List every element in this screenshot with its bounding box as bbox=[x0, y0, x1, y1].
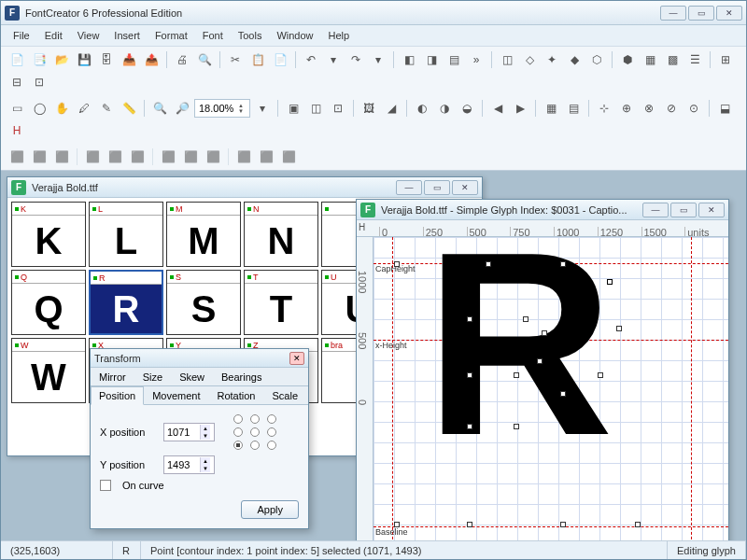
menu-edit[interactable]: Edit bbox=[38, 28, 69, 43]
arrow-right-icon[interactable]: ▶ bbox=[510, 98, 530, 119]
paste-icon[interactable]: 📄 bbox=[270, 49, 290, 70]
new2-icon[interactable]: 📑 bbox=[29, 49, 49, 70]
guide-lsb[interactable] bbox=[392, 237, 393, 540]
fit2-icon[interactable]: ◫ bbox=[305, 98, 326, 119]
editor-titlebar[interactable]: F Verajja Bold.ttf - Simple Glyph Index:… bbox=[357, 200, 728, 220]
handle[interactable] bbox=[616, 326, 622, 331]
transform-dialog[interactable]: Transform ✕ Mirror Size Skew Bearings Po… bbox=[90, 348, 309, 529]
extra1-icon[interactable]: ⬓ bbox=[714, 98, 735, 119]
glyph-cell[interactable]: SS bbox=[166, 270, 241, 335]
menu-format[interactable]: Format bbox=[148, 28, 194, 43]
open-icon[interactable]: 📂 bbox=[51, 49, 72, 70]
handle[interactable] bbox=[560, 261, 566, 267]
tool8-icon[interactable]: ▩ bbox=[662, 49, 683, 70]
editor-max-button[interactable]: ▭ bbox=[670, 203, 697, 217]
transform-titlebar[interactable]: Transform ✕ bbox=[91, 349, 308, 368]
saveall-icon[interactable]: 🗄 bbox=[96, 49, 117, 70]
glyph-cell[interactable]: QQ bbox=[11, 270, 86, 335]
glyph-cell[interactable]: KK bbox=[11, 202, 86, 267]
zoomout-icon[interactable]: 🔎 bbox=[172, 98, 192, 119]
toolbar-c-icon[interactable]: ▤ bbox=[444, 49, 464, 70]
pathop3-icon[interactable]: ◒ bbox=[457, 98, 477, 119]
cut-icon[interactable]: ✂ bbox=[225, 49, 246, 70]
save-icon[interactable]: 💾 bbox=[74, 49, 94, 70]
toolbar-more-icon[interactable]: » bbox=[466, 49, 486, 70]
y-up-icon[interactable]: ▲ bbox=[201, 457, 210, 465]
child-min-button[interactable]: — bbox=[396, 180, 422, 195]
snap2-icon[interactable]: ⊕ bbox=[616, 98, 637, 119]
menu-tools[interactable]: Tools bbox=[232, 28, 269, 43]
child-close-button[interactable]: ✕ bbox=[452, 180, 478, 195]
tab-skew[interactable]: Skew bbox=[171, 368, 213, 385]
x-position-input[interactable] bbox=[164, 427, 200, 438]
install-icon[interactable]: 📥 bbox=[119, 49, 139, 70]
zoom-drop-icon[interactable]: ▾ bbox=[252, 98, 273, 119]
x-position-spinner[interactable]: ▲▼ bbox=[163, 423, 215, 441]
knife-icon[interactable]: ✎ bbox=[96, 98, 117, 119]
hand-icon[interactable]: ✋ bbox=[51, 98, 72, 119]
copy-icon[interactable]: 📋 bbox=[247, 49, 268, 70]
ruler-horizontal[interactable]: 0250500750100012501500units bbox=[357, 220, 728, 237]
handle[interactable] bbox=[542, 330, 547, 336]
menu-view[interactable]: View bbox=[71, 28, 106, 43]
handle[interactable] bbox=[514, 424, 519, 429]
select-rect-icon[interactable]: ▭ bbox=[7, 98, 27, 119]
menu-file[interactable]: File bbox=[7, 28, 36, 43]
tab-size[interactable]: Size bbox=[134, 368, 171, 385]
handle[interactable] bbox=[486, 261, 491, 267]
pathop2-icon[interactable]: ◑ bbox=[434, 98, 455, 119]
handle[interactable] bbox=[394, 522, 400, 527]
anchor-grid[interactable] bbox=[233, 414, 280, 450]
x-up-icon[interactable]: ▲ bbox=[201, 425, 210, 432]
tab-rotation[interactable]: Rotation bbox=[209, 386, 264, 404]
menu-help[interactable]: Help bbox=[322, 28, 357, 43]
apply-button[interactable]: Apply bbox=[241, 500, 299, 519]
glyph-cell[interactable]: MM bbox=[166, 202, 241, 267]
oncurve-checkbox[interactable] bbox=[100, 480, 111, 491]
menu-font[interactable]: Font bbox=[196, 28, 230, 43]
tab-movement[interactable]: Movement bbox=[144, 386, 208, 404]
uninstall-icon[interactable]: 📤 bbox=[141, 49, 162, 70]
zoomin-icon[interactable]: 🔍 bbox=[149, 98, 170, 119]
zoom-input[interactable]: ▲▼ bbox=[194, 99, 250, 118]
tool10-icon[interactable]: ⊞ bbox=[715, 49, 736, 70]
pen-icon[interactable]: 🖊 bbox=[74, 98, 94, 119]
snap1-icon[interactable]: ⊹ bbox=[594, 98, 614, 119]
pathop1-icon[interactable]: ◐ bbox=[412, 98, 432, 119]
handle[interactable] bbox=[560, 391, 566, 397]
handle[interactable] bbox=[467, 372, 472, 378]
ruler-vertical[interactable]: 1000 500 0 bbox=[357, 237, 374, 540]
tab-scale[interactable]: Scale bbox=[263, 386, 306, 404]
tool4-icon[interactable]: ◆ bbox=[564, 49, 585, 70]
glyph-cell[interactable]: WW bbox=[11, 338, 86, 403]
handle[interactable] bbox=[394, 261, 400, 267]
glyph-outline[interactable]: R bbox=[425, 237, 613, 474]
new-icon[interactable]: 📄 bbox=[7, 49, 27, 70]
handle[interactable] bbox=[467, 522, 472, 527]
minimize-button[interactable]: — bbox=[660, 6, 686, 21]
handle[interactable] bbox=[537, 358, 543, 364]
measure-icon[interactable]: 📏 bbox=[119, 98, 139, 119]
glyph-cell[interactable]: LL bbox=[89, 202, 163, 267]
preview-icon[interactable]: 🔍 bbox=[194, 49, 215, 70]
extra2-icon[interactable]: H bbox=[7, 120, 27, 141]
editor-min-button[interactable]: — bbox=[642, 203, 669, 217]
handle[interactable] bbox=[560, 522, 566, 527]
child-max-button[interactable]: ▭ bbox=[424, 180, 450, 195]
handle[interactable] bbox=[467, 424, 472, 429]
fit-icon[interactable]: ▣ bbox=[283, 98, 303, 119]
glyph-editor-window[interactable]: F Verajja Bold.ttf - Simple Glyph Index:… bbox=[356, 199, 729, 540]
tool9-icon[interactable]: ☰ bbox=[684, 49, 705, 70]
undo-icon[interactable]: ↶ bbox=[301, 49, 321, 70]
toolbar-a-icon[interactable]: ◧ bbox=[399, 49, 419, 70]
select-lasso-icon[interactable]: ◯ bbox=[29, 98, 49, 119]
toolbar-b-icon[interactable]: ◨ bbox=[421, 49, 442, 70]
editor-close-button[interactable]: ✕ bbox=[698, 203, 725, 217]
handle[interactable] bbox=[523, 316, 529, 322]
redo-drop-icon[interactable]: ▾ bbox=[368, 49, 388, 70]
handle[interactable] bbox=[635, 522, 641, 527]
menu-insert[interactable]: Insert bbox=[107, 28, 147, 43]
glyph-cell[interactable]: NN bbox=[244, 202, 318, 267]
tool1-icon[interactable]: ◫ bbox=[497, 49, 517, 70]
handle[interactable] bbox=[514, 372, 519, 378]
